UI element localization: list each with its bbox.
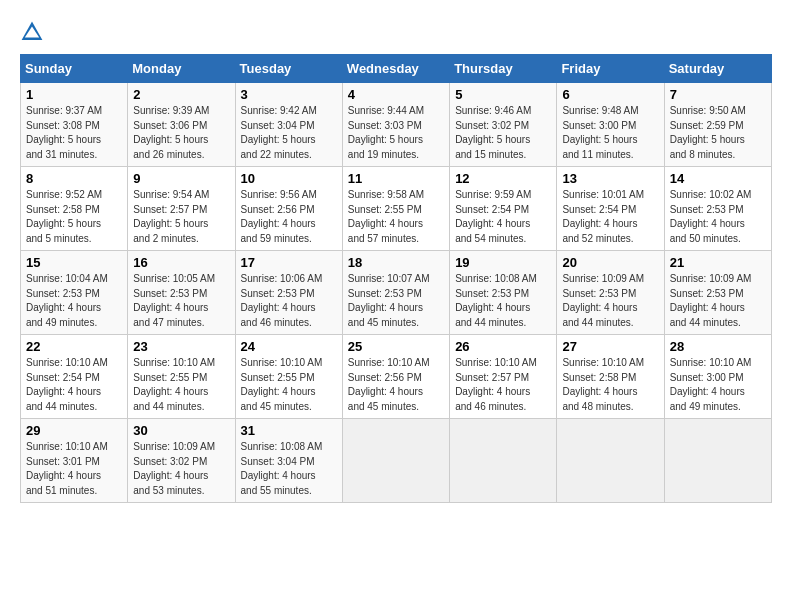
calendar-cell: 20Sunrise: 10:09 AMSunset: 2:53 PMDaylig… — [557, 251, 664, 335]
cell-content: Sunrise: 10:02 AMSunset: 2:53 PMDaylight… — [670, 188, 766, 246]
cell-content: Sunrise: 9:59 AMSunset: 2:54 PMDaylight:… — [455, 188, 551, 246]
calendar-cell: 30Sunrise: 10:09 AMSunset: 3:02 PMDaylig… — [128, 419, 235, 503]
header-tuesday: Tuesday — [235, 55, 342, 83]
calendar-cell: 31Sunrise: 10:08 AMSunset: 3:04 PMDaylig… — [235, 419, 342, 503]
calendar-cell: 10Sunrise: 9:56 AMSunset: 2:56 PMDayligh… — [235, 167, 342, 251]
calendar-cell: 28Sunrise: 10:10 AMSunset: 3:00 PMDaylig… — [664, 335, 771, 419]
cell-content: Sunrise: 10:10 AMSunset: 2:58 PMDaylight… — [562, 356, 658, 414]
calendar-cell: 24Sunrise: 10:10 AMSunset: 2:55 PMDaylig… — [235, 335, 342, 419]
cell-content: Sunrise: 10:09 AMSunset: 2:53 PMDaylight… — [670, 272, 766, 330]
day-number: 13 — [562, 171, 658, 186]
day-number: 19 — [455, 255, 551, 270]
cell-content: Sunrise: 10:10 AMSunset: 2:57 PMDaylight… — [455, 356, 551, 414]
day-number: 7 — [670, 87, 766, 102]
cell-content: Sunrise: 9:37 AMSunset: 3:08 PMDaylight:… — [26, 104, 122, 162]
day-number: 8 — [26, 171, 122, 186]
day-number: 27 — [562, 339, 658, 354]
calendar-cell: 29Sunrise: 10:10 AMSunset: 3:01 PMDaylig… — [21, 419, 128, 503]
calendar-cell — [664, 419, 771, 503]
calendar-cell: 2Sunrise: 9:39 AMSunset: 3:06 PMDaylight… — [128, 83, 235, 167]
day-number: 31 — [241, 423, 337, 438]
calendar-cell: 26Sunrise: 10:10 AMSunset: 2:57 PMDaylig… — [450, 335, 557, 419]
day-number: 16 — [133, 255, 229, 270]
header-wednesday: Wednesday — [342, 55, 449, 83]
cell-content: Sunrise: 9:48 AMSunset: 3:00 PMDaylight:… — [562, 104, 658, 162]
day-number: 15 — [26, 255, 122, 270]
calendar-cell: 27Sunrise: 10:10 AMSunset: 2:58 PMDaylig… — [557, 335, 664, 419]
cell-content: Sunrise: 10:09 AMSunset: 3:02 PMDaylight… — [133, 440, 229, 498]
calendar-cell: 14Sunrise: 10:02 AMSunset: 2:53 PMDaylig… — [664, 167, 771, 251]
cell-content: Sunrise: 10:10 AMSunset: 2:54 PMDaylight… — [26, 356, 122, 414]
cell-content: Sunrise: 9:54 AMSunset: 2:57 PMDaylight:… — [133, 188, 229, 246]
day-number: 25 — [348, 339, 444, 354]
cell-content: Sunrise: 10:04 AMSunset: 2:53 PMDaylight… — [26, 272, 122, 330]
week-row-4: 22Sunrise: 10:10 AMSunset: 2:54 PMDaylig… — [21, 335, 772, 419]
day-number: 12 — [455, 171, 551, 186]
cell-content: Sunrise: 10:10 AMSunset: 2:55 PMDaylight… — [241, 356, 337, 414]
cell-content: Sunrise: 10:07 AMSunset: 2:53 PMDaylight… — [348, 272, 444, 330]
day-number: 3 — [241, 87, 337, 102]
calendar-cell: 13Sunrise: 10:01 AMSunset: 2:54 PMDaylig… — [557, 167, 664, 251]
calendar-cell — [450, 419, 557, 503]
calendar-cell: 15Sunrise: 10:04 AMSunset: 2:53 PMDaylig… — [21, 251, 128, 335]
cell-content: Sunrise: 10:10 AMSunset: 2:55 PMDaylight… — [133, 356, 229, 414]
cell-content: Sunrise: 9:52 AMSunset: 2:58 PMDaylight:… — [26, 188, 122, 246]
day-number: 22 — [26, 339, 122, 354]
calendar-cell: 7Sunrise: 9:50 AMSunset: 2:59 PMDaylight… — [664, 83, 771, 167]
cell-content: Sunrise: 10:10 AMSunset: 3:00 PMDaylight… — [670, 356, 766, 414]
day-number: 28 — [670, 339, 766, 354]
calendar-cell: 8Sunrise: 9:52 AMSunset: 2:58 PMDaylight… — [21, 167, 128, 251]
week-row-5: 29Sunrise: 10:10 AMSunset: 3:01 PMDaylig… — [21, 419, 772, 503]
cell-content: Sunrise: 9:44 AMSunset: 3:03 PMDaylight:… — [348, 104, 444, 162]
calendar-cell — [342, 419, 449, 503]
day-number: 6 — [562, 87, 658, 102]
calendar-cell: 16Sunrise: 10:05 AMSunset: 2:53 PMDaylig… — [128, 251, 235, 335]
cell-content: Sunrise: 10:06 AMSunset: 2:53 PMDaylight… — [241, 272, 337, 330]
calendar-cell: 18Sunrise: 10:07 AMSunset: 2:53 PMDaylig… — [342, 251, 449, 335]
calendar-cell: 17Sunrise: 10:06 AMSunset: 2:53 PMDaylig… — [235, 251, 342, 335]
day-number: 14 — [670, 171, 766, 186]
cell-content: Sunrise: 9:58 AMSunset: 2:55 PMDaylight:… — [348, 188, 444, 246]
cell-content: Sunrise: 9:46 AMSunset: 3:02 PMDaylight:… — [455, 104, 551, 162]
calendar-cell: 5Sunrise: 9:46 AMSunset: 3:02 PMDaylight… — [450, 83, 557, 167]
day-number: 2 — [133, 87, 229, 102]
day-number: 30 — [133, 423, 229, 438]
cell-content: Sunrise: 10:10 AMSunset: 3:01 PMDaylight… — [26, 440, 122, 498]
day-number: 9 — [133, 171, 229, 186]
page-header — [20, 20, 772, 44]
calendar-table: SundayMondayTuesdayWednesdayThursdayFrid… — [20, 54, 772, 503]
header-friday: Friday — [557, 55, 664, 83]
day-number: 24 — [241, 339, 337, 354]
day-number: 4 — [348, 87, 444, 102]
cell-content: Sunrise: 10:08 AMSunset: 3:04 PMDaylight… — [241, 440, 337, 498]
calendar-cell: 11Sunrise: 9:58 AMSunset: 2:55 PMDayligh… — [342, 167, 449, 251]
header-thursday: Thursday — [450, 55, 557, 83]
cell-content: Sunrise: 10:10 AMSunset: 2:56 PMDaylight… — [348, 356, 444, 414]
calendar-header-row: SundayMondayTuesdayWednesdayThursdayFrid… — [21, 55, 772, 83]
header-sunday: Sunday — [21, 55, 128, 83]
logo — [20, 20, 48, 44]
calendar-cell: 21Sunrise: 10:09 AMSunset: 2:53 PMDaylig… — [664, 251, 771, 335]
week-row-3: 15Sunrise: 10:04 AMSunset: 2:53 PMDaylig… — [21, 251, 772, 335]
day-number: 20 — [562, 255, 658, 270]
cell-content: Sunrise: 9:50 AMSunset: 2:59 PMDaylight:… — [670, 104, 766, 162]
header-monday: Monday — [128, 55, 235, 83]
week-row-2: 8Sunrise: 9:52 AMSunset: 2:58 PMDaylight… — [21, 167, 772, 251]
day-number: 21 — [670, 255, 766, 270]
header-saturday: Saturday — [664, 55, 771, 83]
cell-content: Sunrise: 9:39 AMSunset: 3:06 PMDaylight:… — [133, 104, 229, 162]
day-number: 17 — [241, 255, 337, 270]
calendar-cell: 23Sunrise: 10:10 AMSunset: 2:55 PMDaylig… — [128, 335, 235, 419]
cell-content: Sunrise: 10:09 AMSunset: 2:53 PMDaylight… — [562, 272, 658, 330]
calendar-cell: 12Sunrise: 9:59 AMSunset: 2:54 PMDayligh… — [450, 167, 557, 251]
day-number: 5 — [455, 87, 551, 102]
calendar-cell: 3Sunrise: 9:42 AMSunset: 3:04 PMDaylight… — [235, 83, 342, 167]
calendar-cell: 6Sunrise: 9:48 AMSunset: 3:00 PMDaylight… — [557, 83, 664, 167]
day-number: 23 — [133, 339, 229, 354]
calendar-cell: 4Sunrise: 9:44 AMSunset: 3:03 PMDaylight… — [342, 83, 449, 167]
day-number: 10 — [241, 171, 337, 186]
day-number: 11 — [348, 171, 444, 186]
cell-content: Sunrise: 10:05 AMSunset: 2:53 PMDaylight… — [133, 272, 229, 330]
logo-icon — [20, 20, 44, 44]
calendar-cell: 9Sunrise: 9:54 AMSunset: 2:57 PMDaylight… — [128, 167, 235, 251]
